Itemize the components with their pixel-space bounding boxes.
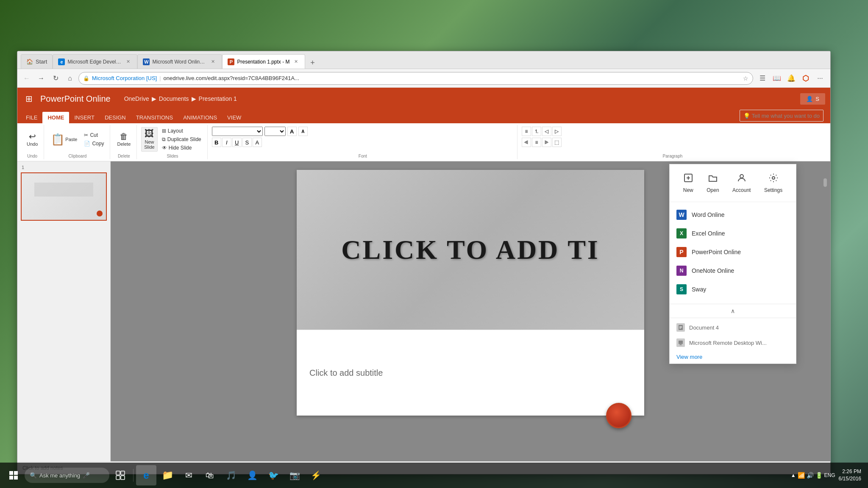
tab-design[interactable]: DESIGN [100,112,131,123]
dropdown-open-button[interactable]: Open [701,169,724,197]
tab-pptx-close[interactable]: ✕ [292,58,300,65]
favorites-button[interactable]: ☰ [756,72,769,85]
taskbar-clock[interactable]: 2:26 PM 6/15/2016 [839,468,861,482]
share-button[interactable]: 👤 S [800,93,825,105]
tab-edge-close[interactable]: ✕ [125,58,132,65]
more-button[interactable]: ··· [813,72,827,85]
taskbar-photo-button[interactable]: 📷 [284,465,305,485]
dropdown-apps-section: W Word Online X Excel Online P PowerPoin… [670,202,796,302]
font-color-button[interactable]: A [253,138,262,147]
taskbar-media-button[interactable]: 🎵 [221,465,241,485]
paste-button[interactable]: 📋 Paste [48,132,80,147]
align-left-button[interactable]: ⫷ [522,138,531,147]
taskbar-person-button[interactable]: 👤 [242,465,262,485]
tab-insert[interactable]: INSERT [69,112,99,123]
ribbon-group-slides: 🖼 NewSlide ⊞ Layout ⧉ Duplicate Slide 👁 … [138,125,208,159]
dropdown-word-item[interactable]: W Word Online [670,205,796,224]
taskbar-edge-button[interactable]: e [136,465,156,485]
tab-file[interactable]: FILE [21,112,42,123]
tab-word-close[interactable]: ✕ [209,58,217,65]
taskbar-store-button[interactable]: 🛍 [200,465,220,485]
hide-icon: 👁 [162,145,167,151]
notifications-button[interactable]: 🔔 [785,72,798,85]
input-lang[interactable]: ENG [824,472,835,478]
decrease-font-button[interactable]: A [298,127,308,136]
breadcrumb-documents[interactable]: Documents [159,95,189,102]
bookmark-icon[interactable]: ☆ [743,75,748,82]
app-grid-button[interactable]: ⊞ [22,92,35,105]
strikethrough-button[interactable]: S [242,138,252,147]
tab-view[interactable]: VIEW [222,112,246,123]
taskbar-unknown-button[interactable]: ⚡ [306,465,326,485]
align-right-button[interactable]: ⫸ [542,138,551,147]
italic-button[interactable]: I [222,138,231,147]
numbering-button[interactable]: ⒈ [532,127,541,136]
dropdown-new-button[interactable]: New [678,169,698,197]
tab-edge-dev[interactable]: e Microsoft Edge Developme... ✕ [53,54,137,69]
refresh-button[interactable]: ↻ [50,72,61,84]
slide-subtitle-area[interactable]: Click to add subtitle [297,330,644,416]
tray-arrow[interactable]: ▲ [791,472,796,478]
copy-button[interactable]: 📄 Copy [81,140,106,147]
lock-icon: 🔒 [83,75,89,81]
taskbar-mail-button[interactable]: ✉ [178,465,199,485]
breadcrumb-ondrive[interactable]: OneDrive [124,95,149,102]
dropdown-recent-doc4[interactable]: Document 4 [670,320,796,335]
taskbar-search[interactable]: 🔍 Ask me anything 🎤 [25,468,109,483]
view-more-link[interactable]: View more [670,350,796,363]
tab-home[interactable]: HOME [42,112,69,123]
dropdown-collapse-button[interactable]: ∧ [670,306,796,316]
dropdown-excel-item[interactable]: X Excel Online [670,224,796,243]
tell-me-search[interactable]: 💡 Tell me what you want to do [740,110,823,122]
bold-button[interactable]: B [212,138,221,147]
office-button[interactable]: ⬡ [799,72,812,85]
layout-button[interactable]: ⊞ Layout [159,127,204,135]
task-view-button[interactable] [110,465,131,485]
underline-button[interactable]: U [232,138,242,147]
tab-word-online[interactable]: W Microsoft Word Online - Wo... ✕ [137,54,222,69]
dropdown-onenote-item[interactable]: N OneNote Online [670,261,796,280]
record-button[interactable] [606,403,632,428]
tab-transitions[interactable]: TRANSITIONS [131,112,178,123]
address-bar[interactable]: 🔒 Microsoft Corporation [US] | onedrive.… [78,72,753,85]
new-slide-button[interactable]: 🖼 NewSlide [141,127,157,152]
start-button[interactable] [3,465,24,485]
new-tab-button[interactable]: + [307,57,319,69]
tab-start[interactable]: 🏠 Start [21,54,53,69]
dropdown-ppt-item[interactable]: P PowerPoint Online [670,243,796,261]
network-icon[interactable]: 📶 [798,472,805,479]
align-center-button[interactable]: ≡ [532,138,541,147]
dropdown-settings-button[interactable]: Settings [759,169,787,197]
duplicate-slide-button[interactable]: ⧉ Duplicate Slide [159,136,204,143]
dropdown-sway-item[interactable]: S Sway [670,280,796,299]
slide-thumbnail[interactable] [21,172,107,221]
justify-button[interactable]: ⬚ [552,138,562,147]
font-family-select[interactable] [212,127,263,136]
hide-slide-button[interactable]: 👁 Hide Slide [159,144,204,152]
increase-indent-button[interactable]: ▷ [552,127,562,136]
font-size-select[interactable] [264,127,286,136]
paste-icon: 📋 [51,134,64,145]
taskbar-twitter-button[interactable]: 🐦 [263,465,284,485]
breadcrumb-file[interactable]: Presentation 1 [199,95,237,102]
volume-icon[interactable]: 🔊 [807,472,814,479]
bullets-button[interactable]: ≡ [522,127,531,136]
increase-font-button[interactable]: A [287,127,297,136]
undo-button[interactable]: ↩ Undo [24,130,40,148]
cut-button[interactable]: ✂ Cut [81,131,106,139]
forward-button[interactable]: → [35,72,47,84]
delete-button[interactable]: 🗑 Delete [114,130,133,148]
battery-icon[interactable]: 🔋 [815,472,823,479]
back-button[interactable]: ← [21,72,33,84]
decrease-indent-button[interactable]: ◁ [542,127,551,136]
tab-pptx[interactable]: P Presentation 1.pptx - M ✕ [222,54,305,69]
dropdown-account-button[interactable]: Account [727,169,756,197]
tab-animations[interactable]: ANIMATIONS [178,112,222,123]
home-button[interactable]: ⌂ [64,72,76,84]
dropdown-recent-remote[interactable]: Microsoft Remote Desktop Wi... [670,335,796,350]
slide-canvas[interactable]: CLICK TO ADD TI Click to add subtitle [297,170,644,416]
slide-title-area[interactable]: CLICK TO ADD TI [297,170,644,330]
scrollbar-indicator[interactable] [823,178,827,187]
taskbar-explorer-button[interactable]: 📁 [157,465,178,485]
reading-button[interactable]: 📖 [770,72,784,85]
